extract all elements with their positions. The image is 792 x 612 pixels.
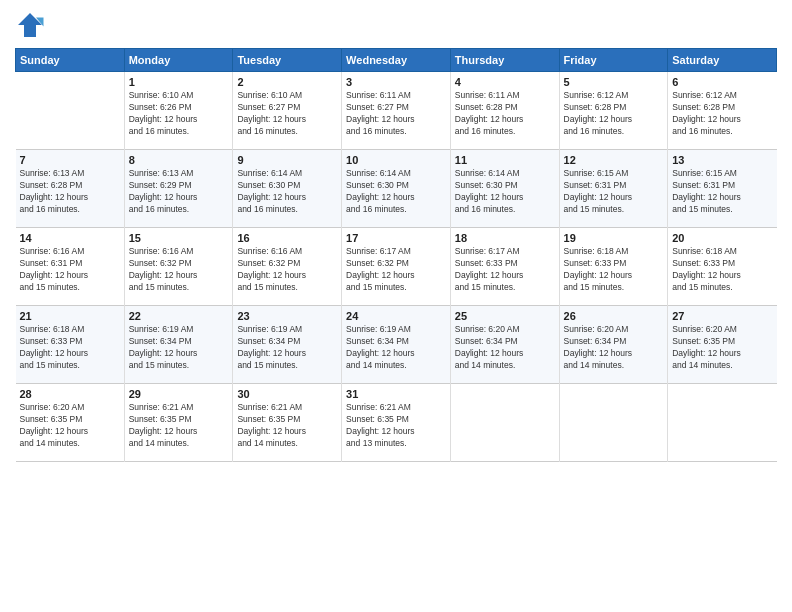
logo	[15, 10, 49, 40]
day-info: Sunrise: 6:18 AM Sunset: 6:33 PM Dayligh…	[672, 246, 772, 294]
day-info: Sunrise: 6:10 AM Sunset: 6:26 PM Dayligh…	[129, 90, 229, 138]
calendar-cell: 29Sunrise: 6:21 AM Sunset: 6:35 PM Dayli…	[124, 384, 233, 462]
day-number: 29	[129, 388, 229, 400]
calendar-cell: 9Sunrise: 6:14 AM Sunset: 6:30 PM Daylig…	[233, 150, 342, 228]
day-number: 30	[237, 388, 337, 400]
calendar-cell: 26Sunrise: 6:20 AM Sunset: 6:34 PM Dayli…	[559, 306, 668, 384]
day-info: Sunrise: 6:16 AM Sunset: 6:32 PM Dayligh…	[237, 246, 337, 294]
calendar-cell	[559, 384, 668, 462]
day-number: 10	[346, 154, 446, 166]
day-number: 25	[455, 310, 555, 322]
calendar-table: SundayMondayTuesdayWednesdayThursdayFrid…	[15, 48, 777, 462]
day-number: 18	[455, 232, 555, 244]
day-info: Sunrise: 6:15 AM Sunset: 6:31 PM Dayligh…	[564, 168, 664, 216]
calendar-cell: 13Sunrise: 6:15 AM Sunset: 6:31 PM Dayli…	[668, 150, 777, 228]
day-info: Sunrise: 6:11 AM Sunset: 6:28 PM Dayligh…	[455, 90, 555, 138]
day-info: Sunrise: 6:19 AM Sunset: 6:34 PM Dayligh…	[129, 324, 229, 372]
day-number: 20	[672, 232, 772, 244]
calendar-cell: 14Sunrise: 6:16 AM Sunset: 6:31 PM Dayli…	[16, 228, 125, 306]
calendar-body: 1Sunrise: 6:10 AM Sunset: 6:26 PM Daylig…	[16, 72, 777, 462]
weekday-header-sunday: Sunday	[16, 49, 125, 72]
day-number: 2	[237, 76, 337, 88]
logo-icon	[15, 10, 45, 40]
week-row-3: 21Sunrise: 6:18 AM Sunset: 6:33 PM Dayli…	[16, 306, 777, 384]
weekday-header-friday: Friday	[559, 49, 668, 72]
calendar-cell	[668, 384, 777, 462]
day-number: 1	[129, 76, 229, 88]
day-number: 27	[672, 310, 772, 322]
day-info: Sunrise: 6:21 AM Sunset: 6:35 PM Dayligh…	[237, 402, 337, 450]
calendar-cell: 5Sunrise: 6:12 AM Sunset: 6:28 PM Daylig…	[559, 72, 668, 150]
calendar-cell: 18Sunrise: 6:17 AM Sunset: 6:33 PM Dayli…	[450, 228, 559, 306]
calendar-cell: 1Sunrise: 6:10 AM Sunset: 6:26 PM Daylig…	[124, 72, 233, 150]
day-number: 22	[129, 310, 229, 322]
day-info: Sunrise: 6:17 AM Sunset: 6:33 PM Dayligh…	[455, 246, 555, 294]
calendar-cell: 17Sunrise: 6:17 AM Sunset: 6:32 PM Dayli…	[342, 228, 451, 306]
day-number: 26	[564, 310, 664, 322]
day-number: 6	[672, 76, 772, 88]
calendar-cell: 16Sunrise: 6:16 AM Sunset: 6:32 PM Dayli…	[233, 228, 342, 306]
day-number: 28	[20, 388, 120, 400]
calendar-cell: 27Sunrise: 6:20 AM Sunset: 6:35 PM Dayli…	[668, 306, 777, 384]
calendar-cell: 11Sunrise: 6:14 AM Sunset: 6:30 PM Dayli…	[450, 150, 559, 228]
day-info: Sunrise: 6:19 AM Sunset: 6:34 PM Dayligh…	[237, 324, 337, 372]
calendar-cell: 22Sunrise: 6:19 AM Sunset: 6:34 PM Dayli…	[124, 306, 233, 384]
svg-marker-0	[18, 13, 42, 37]
page: SundayMondayTuesdayWednesdayThursdayFrid…	[0, 0, 792, 612]
weekday-header-thursday: Thursday	[450, 49, 559, 72]
calendar-cell: 19Sunrise: 6:18 AM Sunset: 6:33 PM Dayli…	[559, 228, 668, 306]
day-info: Sunrise: 6:14 AM Sunset: 6:30 PM Dayligh…	[455, 168, 555, 216]
day-info: Sunrise: 6:20 AM Sunset: 6:35 PM Dayligh…	[20, 402, 120, 450]
day-number: 14	[20, 232, 120, 244]
calendar-cell: 4Sunrise: 6:11 AM Sunset: 6:28 PM Daylig…	[450, 72, 559, 150]
day-number: 4	[455, 76, 555, 88]
day-info: Sunrise: 6:20 AM Sunset: 6:34 PM Dayligh…	[564, 324, 664, 372]
calendar-cell: 2Sunrise: 6:10 AM Sunset: 6:27 PM Daylig…	[233, 72, 342, 150]
week-row-1: 7Sunrise: 6:13 AM Sunset: 6:28 PM Daylig…	[16, 150, 777, 228]
day-number: 8	[129, 154, 229, 166]
day-number: 13	[672, 154, 772, 166]
day-number: 15	[129, 232, 229, 244]
calendar-cell: 7Sunrise: 6:13 AM Sunset: 6:28 PM Daylig…	[16, 150, 125, 228]
day-info: Sunrise: 6:21 AM Sunset: 6:35 PM Dayligh…	[129, 402, 229, 450]
week-row-2: 14Sunrise: 6:16 AM Sunset: 6:31 PM Dayli…	[16, 228, 777, 306]
day-info: Sunrise: 6:16 AM Sunset: 6:32 PM Dayligh…	[129, 246, 229, 294]
calendar-cell: 20Sunrise: 6:18 AM Sunset: 6:33 PM Dayli…	[668, 228, 777, 306]
day-info: Sunrise: 6:19 AM Sunset: 6:34 PM Dayligh…	[346, 324, 446, 372]
day-number: 3	[346, 76, 446, 88]
day-info: Sunrise: 6:15 AM Sunset: 6:31 PM Dayligh…	[672, 168, 772, 216]
calendar-cell: 3Sunrise: 6:11 AM Sunset: 6:27 PM Daylig…	[342, 72, 451, 150]
calendar-cell: 25Sunrise: 6:20 AM Sunset: 6:34 PM Dayli…	[450, 306, 559, 384]
day-number: 17	[346, 232, 446, 244]
day-info: Sunrise: 6:16 AM Sunset: 6:31 PM Dayligh…	[20, 246, 120, 294]
weekday-header-monday: Monday	[124, 49, 233, 72]
day-number: 21	[20, 310, 120, 322]
day-number: 7	[20, 154, 120, 166]
day-number: 12	[564, 154, 664, 166]
calendar-cell: 23Sunrise: 6:19 AM Sunset: 6:34 PM Dayli…	[233, 306, 342, 384]
calendar-cell: 28Sunrise: 6:20 AM Sunset: 6:35 PM Dayli…	[16, 384, 125, 462]
day-info: Sunrise: 6:18 AM Sunset: 6:33 PM Dayligh…	[564, 246, 664, 294]
day-number: 24	[346, 310, 446, 322]
day-info: Sunrise: 6:12 AM Sunset: 6:28 PM Dayligh…	[564, 90, 664, 138]
calendar-cell: 24Sunrise: 6:19 AM Sunset: 6:34 PM Dayli…	[342, 306, 451, 384]
day-info: Sunrise: 6:20 AM Sunset: 6:35 PM Dayligh…	[672, 324, 772, 372]
day-info: Sunrise: 6:13 AM Sunset: 6:29 PM Dayligh…	[129, 168, 229, 216]
day-info: Sunrise: 6:21 AM Sunset: 6:35 PM Dayligh…	[346, 402, 446, 450]
day-number: 31	[346, 388, 446, 400]
day-info: Sunrise: 6:12 AM Sunset: 6:28 PM Dayligh…	[672, 90, 772, 138]
week-row-4: 28Sunrise: 6:20 AM Sunset: 6:35 PM Dayli…	[16, 384, 777, 462]
day-number: 23	[237, 310, 337, 322]
day-number: 16	[237, 232, 337, 244]
calendar-cell: 21Sunrise: 6:18 AM Sunset: 6:33 PM Dayli…	[16, 306, 125, 384]
calendar-cell: 15Sunrise: 6:16 AM Sunset: 6:32 PM Dayli…	[124, 228, 233, 306]
weekday-header-tuesday: Tuesday	[233, 49, 342, 72]
day-info: Sunrise: 6:14 AM Sunset: 6:30 PM Dayligh…	[346, 168, 446, 216]
day-info: Sunrise: 6:20 AM Sunset: 6:34 PM Dayligh…	[455, 324, 555, 372]
day-info: Sunrise: 6:11 AM Sunset: 6:27 PM Dayligh…	[346, 90, 446, 138]
weekday-header-saturday: Saturday	[668, 49, 777, 72]
calendar-header: SundayMondayTuesdayWednesdayThursdayFrid…	[16, 49, 777, 72]
week-row-0: 1Sunrise: 6:10 AM Sunset: 6:26 PM Daylig…	[16, 72, 777, 150]
calendar-cell: 8Sunrise: 6:13 AM Sunset: 6:29 PM Daylig…	[124, 150, 233, 228]
day-info: Sunrise: 6:18 AM Sunset: 6:33 PM Dayligh…	[20, 324, 120, 372]
